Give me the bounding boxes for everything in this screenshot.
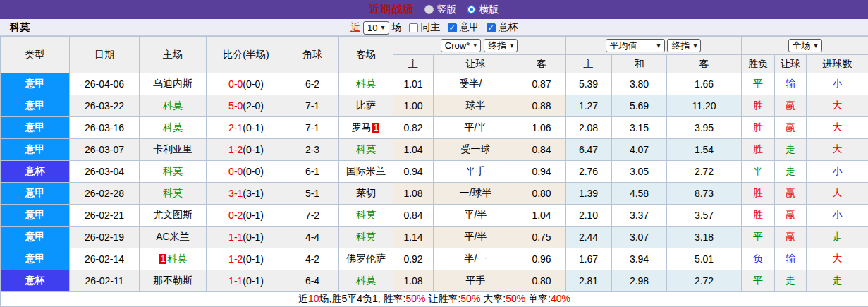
full-match-select[interactable]: 全场 ▾ [788, 39, 822, 52]
fulltime-score: 0-0 [228, 166, 243, 177]
team-name: 科莫 [163, 165, 183, 176]
team-name: 乌迪内斯 [153, 78, 192, 89]
fulltime-score: 1-1 [228, 231, 243, 243]
away-team-cell[interactable]: 科莫 [339, 227, 393, 248]
league-cell: 意甲 [1, 73, 70, 95]
halftime-score: (0-1) [243, 144, 264, 155]
away-team-cell[interactable]: 科莫 [339, 139, 393, 161]
controls-bar: 科莫 近 10 ▾ 场 同主 意甲 意杯 [0, 19, 868, 36]
corner-cell: 7-1 [286, 117, 339, 139]
recent-count-value: 10 [367, 23, 377, 33]
home-team-cell[interactable]: 科莫 [140, 183, 207, 205]
home-team-cell[interactable]: AC米兰 [140, 227, 207, 248]
result-goals-cell: 大 [807, 139, 868, 161]
score-cell: 1-1(0-1) [207, 227, 286, 248]
table-row: 意杯26-02-11那不勒斯1-1(0-1)6-4科莫1.08平手0.802.8… [1, 270, 868, 292]
europe-draw-odds: 4.58 [612, 183, 667, 205]
corner-cell: 6-2 [286, 73, 339, 95]
away-team-cell[interactable]: 比萨 [339, 95, 393, 117]
layout-radio-horizontal[interactable]: 横版 [467, 4, 499, 16]
home-team-cell[interactable]: 尤文图斯 [140, 205, 207, 227]
corner-cell: 2-3 [286, 139, 339, 161]
table-row: 意杯26-03-04科莫0-0(0-0)6-1国际米兰0.94平手0.942.7… [1, 161, 868, 183]
result-wdl-cell: 平 [742, 161, 775, 183]
handicap-away-odds: 0.75 [518, 227, 566, 248]
coppa-checkbox[interactable] [487, 23, 496, 32]
team-name: 那不勒斯 [153, 275, 192, 286]
halftime-score: (0-1) [243, 210, 264, 221]
result-wdl-cell: 平 [742, 270, 775, 292]
home-team-cell[interactable]: 科莫 [140, 95, 207, 117]
recent-link[interactable]: 近 [350, 21, 360, 34]
topbar: 近期战绩 竖版 横版 [0, 0, 868, 19]
handicap-home-odds: 0.92 [393, 248, 434, 270]
handicap-home-odds: 1.00 [393, 95, 434, 117]
handicap-away-odds: 0.87 [518, 73, 566, 95]
home-team-cell[interactable]: 1科莫 [140, 248, 207, 270]
corner-cell: 4-2 [286, 248, 339, 270]
team-name: 科莫 [356, 143, 376, 155]
europe-away-odds: 8.73 [667, 183, 742, 205]
chevron-down-icon: ▾ [473, 42, 477, 49]
away-team-cell[interactable]: 罗马1 [339, 117, 393, 139]
coppa-label: 意杯 [499, 21, 518, 34]
away-team-cell[interactable]: 科莫 [339, 205, 393, 227]
serie-a-label: 意甲 [460, 21, 479, 34]
handicap-stage-select[interactable]: 终指 ▾ [484, 39, 518, 52]
away-team-cell[interactable]: 科莫 [339, 73, 393, 95]
recent-count-select[interactable]: 10 ▾ [363, 21, 389, 35]
bookmaker-select[interactable]: Crow* ▾ [441, 39, 481, 52]
result-handicap-cell: 走 [775, 161, 807, 183]
score-cell: 2-1(0-1) [207, 117, 286, 139]
result-handicap-cell: 赢 [775, 227, 807, 248]
radio-off-icon[interactable] [424, 5, 434, 14]
europe-home-odds: 2.08 [566, 117, 612, 139]
away-team-cell[interactable]: 国际米兰 [339, 161, 393, 183]
layout-radio-vertical[interactable]: 竖版 [424, 4, 457, 16]
away-team-cell[interactable]: 莱切 [339, 183, 393, 205]
handicap-line: 平/半 [434, 205, 518, 227]
summary-segment: 50% [460, 293, 480, 304]
away-team-cell[interactable]: 佛罗伦萨 [339, 248, 393, 270]
fulltime-score: 5-0 [228, 100, 243, 112]
team-name: 科莫 [356, 231, 376, 242]
table-row: 意甲26-02-28科莫3-1(3-1)5-1莱切1.08一/球半0.801.3… [1, 183, 868, 205]
average-select[interactable]: 平均值 ▾ [606, 39, 665, 52]
same-home-checkbox[interactable] [409, 23, 418, 32]
score-cell: 5-0(2-0) [207, 95, 286, 117]
handicap-away-odds: 1.04 [518, 205, 566, 227]
fulltime-score: 1-2 [228, 253, 243, 265]
corner-cell: 7-2 [286, 205, 339, 227]
result-handicap-cell: 走 [775, 139, 807, 161]
chevron-down-icon: ▾ [657, 42, 661, 49]
away-team-cell[interactable]: 科莫 [339, 270, 393, 292]
home-team-cell[interactable]: 乌迪内斯 [140, 73, 207, 95]
corner-cell: 6-4 [286, 270, 339, 292]
date-cell: 26-03-22 [70, 95, 140, 117]
handicap-home-odds: 0.82 [393, 117, 434, 139]
results-table: 类型 日期 主场 比分(半场) 角球 客场 Crow* ▾ 终指 ▾ 平均值 ▾ [0, 36, 868, 307]
halftime-score: (0-1) [243, 253, 264, 265]
team-name: 科莫 [356, 209, 376, 220]
corner-cell: 6-1 [286, 161, 339, 183]
date-cell: 26-02-14 [70, 248, 140, 270]
serie-a-checkbox[interactable] [448, 23, 457, 32]
europe-home-odds: 5.39 [566, 73, 612, 95]
home-team-cell[interactable]: 那不勒斯 [140, 270, 207, 292]
home-team-cell[interactable]: 科莫 [140, 117, 207, 139]
chevron-down-icon: ▾ [381, 24, 384, 31]
europe-stage-select[interactable]: 终指 ▾ [667, 39, 701, 52]
team-name: 卡利亚里 [153, 143, 192, 155]
home-team-cell[interactable]: 卡利亚里 [140, 139, 207, 161]
date-cell: 26-02-21 [70, 205, 140, 227]
europe-away-odds: 11.20 [667, 95, 742, 117]
corner-cell: 7-1 [286, 95, 339, 117]
europe-home-odds: 1.27 [566, 95, 612, 117]
handicap-line: 平手 [434, 270, 518, 292]
radio-horizontal-label: 横版 [479, 4, 499, 16]
europe-home-odds: 6.47 [566, 139, 612, 161]
radio-on-icon[interactable] [467, 5, 476, 14]
europe-draw-odds: 4.07 [612, 139, 667, 161]
home-team-cell[interactable]: 科莫 [140, 161, 207, 183]
result-handicap-cell: 赢 [775, 205, 807, 227]
